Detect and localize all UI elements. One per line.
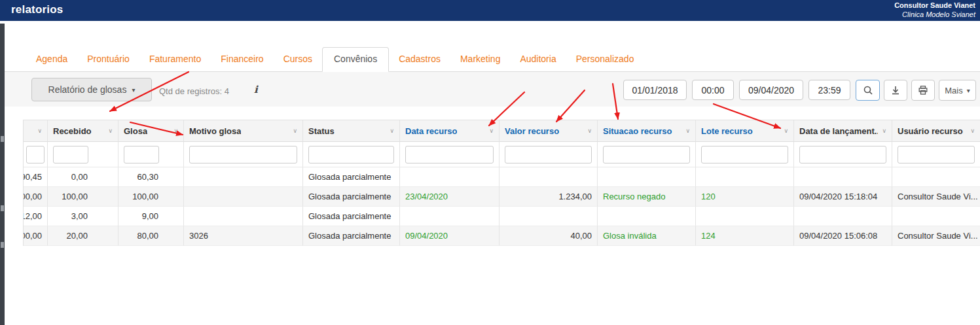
column-menu-icon: ∨: [685, 128, 690, 134]
filter-cell: [794, 142, 892, 167]
table-cell: [499, 207, 598, 226]
end-time-input[interactable]: [808, 80, 850, 100]
tab-agenda[interactable]: Agenda: [26, 47, 77, 72]
tab-prontuario[interactable]: Prontuário: [77, 47, 139, 72]
main-tabs: Agenda Prontuário Faturamento Financeiro…: [26, 47, 644, 72]
clinic-name: Clinica Modelo Svianet: [894, 10, 975, 19]
tab-cursos[interactable]: Cursos: [274, 47, 322, 72]
column-header-situacao-recurso[interactable]: Situacao recurso∨: [598, 120, 696, 142]
caret-down-icon: ▾: [132, 86, 135, 94]
table-cell: [892, 167, 980, 187]
table-cell: [892, 207, 980, 226]
end-date-input[interactable]: [739, 80, 803, 100]
filter-cell: [892, 142, 980, 167]
toolbar: Relatório de glosas ▾ Qtd de registros: …: [5, 72, 980, 107]
tab-cadastros[interactable]: Cadastros: [389, 47, 450, 72]
filter-motivo-glosa[interactable]: [189, 146, 297, 163]
table-cell: Glosada parcialmente: [303, 207, 400, 226]
column-header-valor-recurso[interactable]: Valor recurso∨: [499, 120, 598, 142]
tab-faturamento[interactable]: Faturamento: [139, 47, 211, 72]
printer-icon: [918, 85, 928, 95]
table-cell: [794, 207, 892, 226]
table-cell: 120: [696, 187, 794, 207]
table-row[interactable]: 200,00 100,00 100,00 Glosada parcialment…: [24, 187, 980, 207]
column-header-recebido[interactable]: Recebido∨: [48, 120, 118, 142]
filter-lote-recurso[interactable]: [701, 146, 788, 163]
table-cell: 100,00: [24, 226, 48, 246]
column-header-data-lancamento[interactable]: Data de lançament...∨: [794, 120, 892, 142]
table-header-row: ∨ Recebido∨ Glosa∨ Motivo glosa∨ Status∨…: [24, 120, 980, 142]
filter-cell: [598, 142, 696, 167]
filter-situacao-recurso[interactable]: [603, 146, 690, 163]
user-name: Consultor Saude Vianet: [894, 1, 975, 10]
column-header-status[interactable]: Status∨: [303, 120, 400, 142]
filter-recebido[interactable]: [53, 146, 88, 163]
filter-usuario-recurso[interactable]: [898, 146, 975, 163]
filter-cell: [118, 142, 184, 167]
print-button[interactable]: [911, 80, 935, 101]
caret-down-icon: ▾: [967, 87, 970, 94]
column-menu-icon: ∨: [489, 128, 494, 134]
info-icon[interactable]: i: [254, 84, 258, 95]
column-menu-icon: ∨: [37, 128, 42, 134]
table-cell: Glosada parcialmente: [303, 167, 400, 187]
table-row[interactable]: 12,00 3,00 9,00 Glosada parcialmente: [24, 207, 980, 226]
table-cell: 09/04/2020 15:18:04: [794, 187, 892, 207]
start-time-input[interactable]: [692, 80, 734, 100]
download-button[interactable]: [884, 80, 907, 101]
column-menu-icon: ∨: [970, 128, 975, 134]
table-row[interactable]: 100,00 20,00 80,00 3026 Glosada parcialm…: [24, 226, 980, 246]
table-cell: [400, 167, 499, 187]
column-header-usuario-recurso[interactable]: Usuário recurso∨: [892, 120, 980, 142]
filter-cell: [24, 142, 48, 167]
table-cell: Glosada parcialmente: [303, 226, 400, 246]
table-cell: [794, 167, 892, 187]
user-info: Consultor Saude Vianet Clinica Modelo Sv…: [894, 1, 975, 19]
filter-cell: [303, 142, 400, 167]
table-cell: 124: [696, 226, 794, 246]
filter-cell: [499, 142, 598, 167]
column-header-first[interactable]: ∨: [24, 120, 48, 142]
column-menu-icon: ∨: [587, 128, 592, 134]
table-cell: 60,30: [118, 167, 184, 187]
filter-first[interactable]: [26, 146, 45, 163]
filter-valor-recurso[interactable]: [505, 146, 592, 163]
search-button[interactable]: [856, 80, 880, 101]
table-cell: [400, 207, 499, 226]
tab-personalizado[interactable]: Personalizado: [566, 47, 644, 72]
table-cell: [184, 187, 303, 207]
table-cell: [184, 207, 303, 226]
filter-cell: [696, 142, 794, 167]
table-cell: [696, 207, 794, 226]
column-header-motivo-glosa[interactable]: Motivo glosa∨: [184, 120, 303, 142]
table-cell: 09/04/2020: [400, 226, 499, 246]
mais-label: Mais: [945, 86, 962, 95]
table-cell: 80,00: [118, 226, 184, 246]
filter-data-lancamento[interactable]: [799, 146, 886, 163]
table-cell: Recurso negado: [598, 187, 696, 207]
collapsed-sidebar[interactable]: [0, 24, 5, 325]
table-cell: [184, 167, 303, 187]
tab-marketing[interactable]: Marketing: [450, 47, 510, 72]
tab-financeiro[interactable]: Financeiro: [211, 47, 273, 72]
tab-auditoria[interactable]: Auditoria: [510, 47, 566, 72]
sidebar-icon-fragment: [1, 136, 4, 142]
sidebar-icon-fragment: [1, 205, 4, 211]
table-cell: 100,00: [48, 187, 118, 207]
table-cell: 3026: [184, 226, 303, 246]
mais-button[interactable]: Mais ▾: [939, 80, 976, 101]
filter-glosa[interactable]: [124, 146, 159, 163]
start-date-input[interactable]: [623, 80, 687, 100]
column-header-glosa[interactable]: Glosa∨: [118, 120, 184, 142]
table-cell: 9,00: [118, 207, 184, 226]
column-header-lote-recurso[interactable]: Lote recurso∨: [696, 120, 794, 142]
filter-data-recurso[interactable]: [405, 146, 494, 163]
filter-status[interactable]: [308, 146, 394, 163]
table-row[interactable]: 90,45 0,00 60,30 Glosada parcialmente: [24, 167, 980, 187]
tab-convenios[interactable]: Convênios: [322, 47, 389, 72]
table-cell: 200,00: [24, 187, 48, 207]
table-cell: 12,00: [24, 207, 48, 226]
page-title: relatorios: [11, 3, 63, 16]
column-header-data-recurso[interactable]: Data recurso∨: [400, 120, 499, 142]
report-type-dropdown[interactable]: Relatório de glosas ▾: [31, 78, 152, 101]
